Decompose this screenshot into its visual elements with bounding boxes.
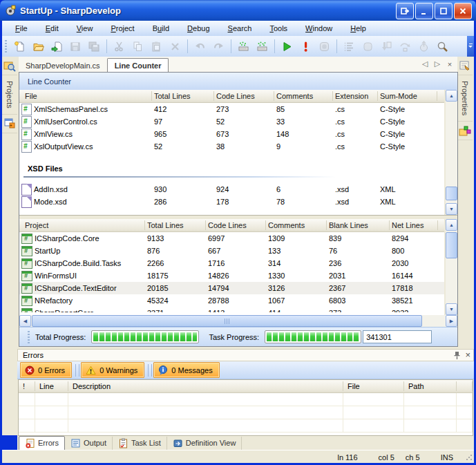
tab-definition-view[interactable]: Definition View (167, 437, 242, 450)
projects-pad-label[interactable]: Projects (6, 75, 14, 114)
projects-scrollbar[interactable]: ▲ ▼ (446, 219, 457, 315)
file-row[interactable]: XmlView.cs965673148.csC-Style (19, 128, 444, 140)
scroll-up-button[interactable]: ▲ (446, 219, 457, 231)
scroll-up-button[interactable]: ▲ (446, 90, 457, 102)
scrollbar-thumb[interactable] (32, 315, 422, 327)
menu-item-window[interactable]: Window (299, 22, 339, 35)
step-into-button[interactable] (381, 41, 392, 53)
file-row[interactable]: XmlSchemasPanel.cs41227385.csC-Style (19, 103, 444, 115)
open-folder-icon (32, 41, 44, 53)
window-border-left (0, 21, 2, 465)
errors-grid-row (19, 406, 473, 419)
save-icon (70, 41, 82, 53)
messages-filter-button[interactable]: 0 Messages (153, 362, 219, 378)
undo-button[interactable] (194, 41, 206, 53)
project-row[interactable]: ICSharpCode.TextEditor201851479431262367… (19, 282, 444, 294)
rebuild-button[interactable] (256, 41, 268, 53)
properties-pad-label[interactable]: Properties (461, 75, 469, 121)
menu-item-file[interactable]: File (9, 22, 34, 35)
minimize-button[interactable] (415, 3, 433, 19)
projects-pad-button[interactable] (2, 57, 17, 75)
title-bar[interactable]: StartUp - SharpDevelop (0, 0, 476, 21)
abort-icon (300, 41, 312, 53)
toolbar-overflow-button[interactable] (467, 36, 474, 57)
errors-close-icon[interactable]: × (465, 352, 470, 359)
delete-button[interactable] (169, 41, 181, 53)
bookmark-list-button[interactable] (343, 41, 355, 53)
cut-button[interactable] (113, 41, 125, 53)
scroll-down-button[interactable]: ▼ (446, 203, 457, 215)
menu-item-edit[interactable]: Edit (39, 22, 65, 35)
file-row[interactable]: XslOutputView.cs52389.csC-Style (19, 140, 444, 153)
scrollbar-thumb[interactable] (446, 187, 457, 200)
scroll-down-button[interactable]: ▼ (446, 303, 457, 315)
breakpoint-button[interactable] (362, 41, 374, 53)
task-list-tab-icon (118, 438, 128, 448)
project-row[interactable]: ICSharpCode.Build.Tasks22661716314236203… (19, 257, 444, 269)
stop-button[interactable] (318, 41, 330, 53)
abort-button[interactable] (300, 41, 312, 53)
project-row[interactable]: StartUp87666713376800 (19, 245, 444, 257)
file-row[interactable]: AddIn.xsd9309246.xsdXML (19, 183, 444, 196)
projects-list-header[interactable]: ProjectTotal LinesCode LinesCommentsBlan… (19, 219, 444, 232)
step-over-button[interactable] (399, 41, 411, 53)
menu-item-help[interactable]: Help (344, 22, 372, 35)
warnings-filter-button[interactable]: 0 Warnings (81, 362, 144, 378)
maximize-button[interactable] (435, 3, 453, 19)
file-row[interactable]: Mode.xsd28617878.xsdXML (19, 196, 444, 208)
build-button[interactable] (238, 41, 249, 53)
search-button[interactable] (437, 41, 448, 53)
copy-button[interactable] (132, 41, 144, 53)
paste-button[interactable] (151, 41, 162, 53)
menu-item-view[interactable]: View (70, 22, 99, 35)
open-file-button[interactable] (32, 41, 44, 53)
save-button[interactable] (70, 41, 82, 53)
tab-sharpdevelopmain[interactable]: SharpDevelopMain.cs (19, 59, 107, 72)
new-file-button[interactable] (14, 41, 26, 53)
tab-scroll-left-button[interactable]: ◁ (420, 59, 430, 69)
csharp-file-icon (21, 104, 32, 115)
tab-output[interactable]: Output (65, 437, 113, 450)
menu-item-tools[interactable]: Tools (263, 22, 294, 35)
progress-grip[interactable] (28, 331, 30, 343)
menu-item-debug[interactable]: Debug (181, 22, 216, 35)
scroll-right-button[interactable]: ▶ (446, 315, 457, 327)
status-char: ch 5 (406, 453, 420, 462)
save-all-icon (88, 41, 100, 53)
file-row[interactable]: XmlUserControl.cs975233.csC-Style (19, 115, 444, 128)
project-row[interactable]: WinFormsUI18175148261330203116144 (19, 269, 444, 282)
open-project-button[interactable] (51, 41, 63, 53)
toolbar-grip[interactable] (5, 40, 7, 53)
toolbox-pad-button[interactable] (457, 121, 473, 140)
close-button[interactable] (454, 3, 472, 19)
properties-pad-button[interactable] (457, 57, 473, 75)
classes-pad-button[interactable] (2, 114, 17, 133)
save-all-button[interactable] (88, 41, 100, 53)
errors-grid-header[interactable]: !LineDescriptionFilePath (19, 380, 473, 393)
errors-filter-button[interactable]: 0 Errors (20, 362, 72, 378)
horizontal-scrollbar[interactable]: ◀ ▶ (19, 315, 457, 327)
tab-scroll-right-button[interactable]: ▷ (432, 59, 442, 69)
redo-button[interactable] (213, 41, 225, 53)
menu-item-build[interactable]: Build (146, 22, 175, 35)
scrollbar-thumb[interactable] (446, 232, 457, 258)
step-out-button[interactable] (418, 41, 430, 53)
files-scrollbar[interactable]: ▲ ▼ (446, 90, 457, 215)
toggle-window-button[interactable] (396, 3, 414, 19)
tab-errors[interactable]: Errors (19, 436, 65, 450)
toolbar-separator (231, 39, 231, 53)
project-row[interactable]: ICSharpCode.Core9133699713098398294 (19, 232, 444, 245)
errors-panel-titlebar[interactable]: Errors × (17, 349, 474, 361)
resize-grip[interactable] (466, 454, 473, 461)
tab-task-list[interactable]: Task List (113, 437, 167, 450)
menu-item-search[interactable]: Search (222, 22, 258, 35)
run-button[interactable] (281, 41, 293, 53)
scroll-left-button[interactable]: ◀ (19, 315, 31, 327)
tab-line-counter[interactable]: Line Counter (107, 58, 169, 72)
pin-icon[interactable] (453, 351, 461, 360)
project-row-clipped[interactable]: SharpReportCore337114134143732932 (19, 307, 444, 312)
project-row[interactable]: NRefactory45324287881067680338521 (19, 294, 444, 307)
files-list-header[interactable]: FileTotal LinesCode LinesCommentsExtensi… (19, 90, 444, 103)
menu-item-project[interactable]: Project (104, 22, 140, 35)
tab-close-button[interactable]: × (445, 59, 455, 69)
